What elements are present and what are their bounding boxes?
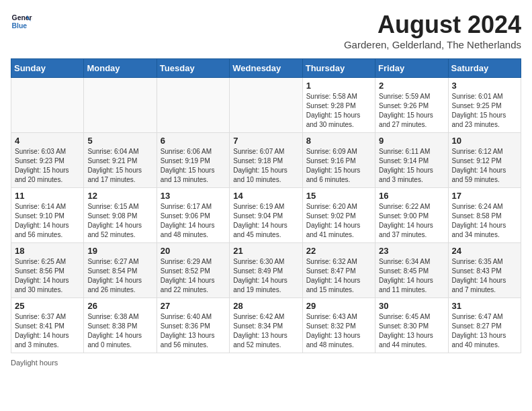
calendar-cell: 5Sunrise: 6:04 AM Sunset: 9:21 PM Daylig… <box>84 133 157 188</box>
day-number: 2 <box>379 81 444 91</box>
day-number: 14 <box>233 191 298 201</box>
title-block: August 2024 Garderen, Gelderland, The Ne… <box>344 11 521 50</box>
calendar-week-row: 1Sunrise: 5:58 AM Sunset: 9:28 PM Daylig… <box>11 78 521 133</box>
day-info: Sunrise: 6:20 AM Sunset: 9:02 PM Dayligh… <box>306 202 371 240</box>
calendar-cell: 13Sunrise: 6:17 AM Sunset: 9:06 PM Dayli… <box>157 188 229 243</box>
calendar-cell: 25Sunrise: 6:37 AM Sunset: 8:41 PM Dayli… <box>11 298 84 353</box>
weekday-header-thursday: Thursday <box>302 59 375 78</box>
day-number: 8 <box>306 136 371 146</box>
day-info: Sunrise: 6:29 AM Sunset: 8:52 PM Dayligh… <box>161 257 226 295</box>
weekday-header-sunday: Sunday <box>11 59 84 78</box>
day-info: Sunrise: 6:12 AM Sunset: 9:12 PM Dayligh… <box>452 147 517 185</box>
day-number: 12 <box>87 191 152 201</box>
day-number: 17 <box>452 191 517 201</box>
calendar-cell <box>157 78 229 133</box>
day-number: 1 <box>306 81 371 91</box>
svg-text:General: General <box>12 14 32 21</box>
page-header: General Blue August 2024 Garderen, Gelde… <box>11 11 521 50</box>
day-number: 11 <box>15 191 80 201</box>
calendar-cell: 17Sunrise: 6:24 AM Sunset: 8:58 PM Dayli… <box>448 188 521 243</box>
day-info: Sunrise: 6:06 AM Sunset: 9:19 PM Dayligh… <box>161 147 226 185</box>
weekday-header-row: SundayMondayTuesdayWednesdayThursdayFrid… <box>11 59 521 78</box>
calendar-cell: 16Sunrise: 6:22 AM Sunset: 9:00 PM Dayli… <box>375 188 448 243</box>
day-number: 6 <box>161 136 226 146</box>
day-info: Sunrise: 6:11 AM Sunset: 9:14 PM Dayligh… <box>379 147 444 185</box>
day-info: Sunrise: 6:42 AM Sunset: 8:34 PM Dayligh… <box>233 312 298 350</box>
day-number: 31 <box>452 301 517 311</box>
calendar-cell: 29Sunrise: 6:43 AM Sunset: 8:32 PM Dayli… <box>302 298 375 353</box>
calendar-cell: 20Sunrise: 6:29 AM Sunset: 8:52 PM Dayli… <box>157 243 229 298</box>
day-info: Sunrise: 6:34 AM Sunset: 8:45 PM Dayligh… <box>379 257 444 295</box>
calendar-cell: 6Sunrise: 6:06 AM Sunset: 9:19 PM Daylig… <box>157 133 229 188</box>
calendar-cell: 4Sunrise: 6:03 AM Sunset: 9:23 PM Daylig… <box>11 133 84 188</box>
day-info: Sunrise: 6:38 AM Sunset: 8:38 PM Dayligh… <box>87 312 152 350</box>
day-number: 22 <box>306 246 371 256</box>
day-number: 26 <box>87 301 152 311</box>
calendar-week-row: 25Sunrise: 6:37 AM Sunset: 8:41 PM Dayli… <box>11 298 521 353</box>
weekday-header-saturday: Saturday <box>448 59 521 78</box>
calendar-cell: 15Sunrise: 6:20 AM Sunset: 9:02 PM Dayli… <box>302 188 375 243</box>
weekday-header-wednesday: Wednesday <box>230 59 302 78</box>
logo: General Blue <box>11 11 32 32</box>
day-number: 29 <box>306 301 371 311</box>
calendar-cell: 1Sunrise: 5:58 AM Sunset: 9:28 PM Daylig… <box>302 78 375 133</box>
day-info: Sunrise: 6:01 AM Sunset: 9:25 PM Dayligh… <box>452 92 517 130</box>
day-info: Sunrise: 6:47 AM Sunset: 8:27 PM Dayligh… <box>452 312 517 350</box>
logo-icon: General Blue <box>11 11 32 32</box>
day-number: 9 <box>379 136 444 146</box>
day-number: 28 <box>233 301 298 311</box>
svg-text:Blue: Blue <box>12 22 28 30</box>
day-info: Sunrise: 6:32 AM Sunset: 8:47 PM Dayligh… <box>306 257 371 295</box>
day-info: Sunrise: 6:07 AM Sunset: 9:18 PM Dayligh… <box>233 147 298 185</box>
calendar-week-row: 4Sunrise: 6:03 AM Sunset: 9:23 PM Daylig… <box>11 133 521 188</box>
day-info: Sunrise: 6:43 AM Sunset: 8:32 PM Dayligh… <box>306 312 371 350</box>
calendar-cell: 26Sunrise: 6:38 AM Sunset: 8:38 PM Dayli… <box>84 298 157 353</box>
day-number: 25 <box>15 301 80 311</box>
day-number: 13 <box>161 191 226 201</box>
calendar-cell: 19Sunrise: 6:27 AM Sunset: 8:54 PM Dayli… <box>84 243 157 298</box>
day-info: Sunrise: 6:24 AM Sunset: 8:58 PM Dayligh… <box>452 202 517 240</box>
daylight-hours-label: Daylight hours <box>11 359 58 367</box>
day-number: 16 <box>379 191 444 201</box>
calendar-cell: 3Sunrise: 6:01 AM Sunset: 9:25 PM Daylig… <box>448 78 521 133</box>
day-info: Sunrise: 5:59 AM Sunset: 9:26 PM Dayligh… <box>379 92 444 130</box>
day-number: 21 <box>233 246 298 256</box>
day-info: Sunrise: 6:22 AM Sunset: 9:00 PM Dayligh… <box>379 202 444 240</box>
calendar-cell: 12Sunrise: 6:15 AM Sunset: 9:08 PM Dayli… <box>84 188 157 243</box>
location-subtitle: Garderen, Gelderland, The Netherlands <box>344 39 521 50</box>
calendar-cell: 31Sunrise: 6:47 AM Sunset: 8:27 PM Dayli… <box>448 298 521 353</box>
calendar-cell: 23Sunrise: 6:34 AM Sunset: 8:45 PM Dayli… <box>375 243 448 298</box>
day-number: 5 <box>87 136 152 146</box>
day-number: 20 <box>161 246 226 256</box>
day-info: Sunrise: 6:40 AM Sunset: 8:36 PM Dayligh… <box>161 312 226 350</box>
day-info: Sunrise: 6:37 AM Sunset: 8:41 PM Dayligh… <box>15 312 80 350</box>
day-number: 27 <box>161 301 226 311</box>
calendar-cell <box>11 78 84 133</box>
day-info: Sunrise: 6:30 AM Sunset: 8:49 PM Dayligh… <box>233 257 298 295</box>
calendar-cell <box>230 78 302 133</box>
calendar-table: SundayMondayTuesdayWednesdayThursdayFrid… <box>11 58 521 353</box>
footer-note: Daylight hours <box>11 359 521 367</box>
day-info: Sunrise: 6:27 AM Sunset: 8:54 PM Dayligh… <box>87 257 152 295</box>
month-year-title: August 2024 <box>344 11 521 39</box>
day-info: Sunrise: 6:17 AM Sunset: 9:06 PM Dayligh… <box>161 202 226 240</box>
day-number: 24 <box>452 246 517 256</box>
day-number: 7 <box>233 136 298 146</box>
calendar-cell: 28Sunrise: 6:42 AM Sunset: 8:34 PM Dayli… <box>230 298 302 353</box>
day-number: 18 <box>15 246 80 256</box>
day-info: Sunrise: 6:25 AM Sunset: 8:56 PM Dayligh… <box>15 257 80 295</box>
calendar-cell: 11Sunrise: 6:14 AM Sunset: 9:10 PM Dayli… <box>11 188 84 243</box>
day-number: 10 <box>452 136 517 146</box>
calendar-week-row: 18Sunrise: 6:25 AM Sunset: 8:56 PM Dayli… <box>11 243 521 298</box>
calendar-cell: 8Sunrise: 6:09 AM Sunset: 9:16 PM Daylig… <box>302 133 375 188</box>
calendar-cell: 10Sunrise: 6:12 AM Sunset: 9:12 PM Dayli… <box>448 133 521 188</box>
calendar-cell: 24Sunrise: 6:35 AM Sunset: 8:43 PM Dayli… <box>448 243 521 298</box>
day-info: Sunrise: 6:03 AM Sunset: 9:23 PM Dayligh… <box>15 147 80 185</box>
calendar-cell <box>84 78 157 133</box>
calendar-cell: 27Sunrise: 6:40 AM Sunset: 8:36 PM Dayli… <box>157 298 229 353</box>
weekday-header-tuesday: Tuesday <box>157 59 229 78</box>
day-info: Sunrise: 6:09 AM Sunset: 9:16 PM Dayligh… <box>306 147 371 185</box>
day-info: Sunrise: 6:14 AM Sunset: 9:10 PM Dayligh… <box>15 202 80 240</box>
day-number: 4 <box>15 136 80 146</box>
weekday-header-monday: Monday <box>84 59 157 78</box>
